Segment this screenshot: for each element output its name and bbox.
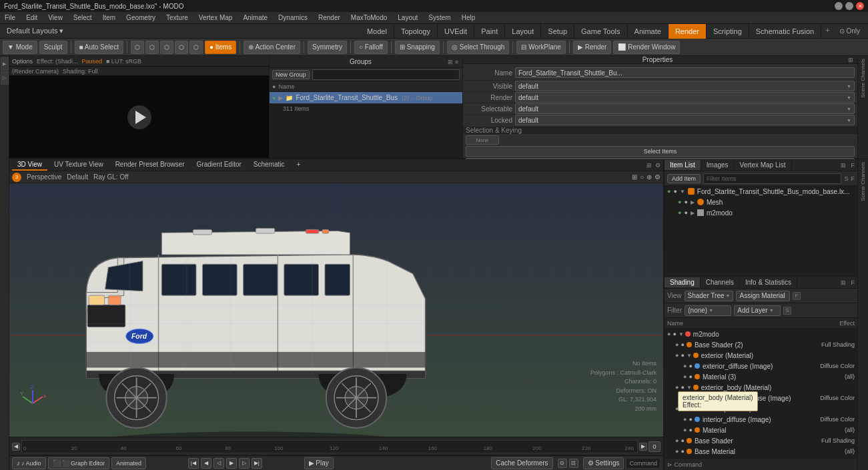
visible-select[interactable]: default	[515, 81, 855, 91]
sidebar-icon-2[interactable]: ▷	[1, 71, 9, 85]
animated-button[interactable]: Animated	[111, 457, 146, 469]
tool-icon-2[interactable]: ⬡	[145, 41, 159, 54]
minimize-button[interactable]: ─	[835, 2, 843, 10]
menu-geometry[interactable]: Geometry	[124, 13, 157, 22]
vp-icon-zoom[interactable]: ⊕	[646, 173, 652, 181]
menu-layout[interactable]: Layout	[396, 13, 420, 22]
menu-vertexmap[interactable]: Vertex Map	[197, 13, 235, 22]
play-forward-button[interactable]: ▶	[226, 458, 237, 469]
shade-row-material[interactable]: ● ● Material (all)	[665, 425, 857, 435]
tool-icon-1[interactable]: ⬡	[131, 41, 144, 54]
command-input[interactable]: Command	[626, 458, 661, 469]
tool-icon-3[interactable]: ⬡	[160, 41, 173, 54]
tab-item-list[interactable]: Item List	[665, 160, 701, 170]
groups-expand-icon[interactable]: ⊞	[448, 59, 453, 65]
timeline-value-display[interactable]: 0	[648, 441, 661, 452]
menu-system[interactable]: System	[426, 13, 452, 22]
menu-edit[interactable]: Edit	[24, 13, 39, 22]
play-reverse-button[interactable]: ◁	[213, 458, 224, 469]
vp-tab-add[interactable]: +	[292, 159, 306, 171]
filter-items-input[interactable]: Filter Items	[703, 173, 841, 184]
she-exb[interactable]: ▼	[687, 385, 692, 391]
vp-tab-3dview[interactable]: 3D View	[12, 159, 47, 171]
play-button[interactable]: ▶ Play	[304, 457, 334, 469]
tab-model[interactable]: Model	[360, 24, 394, 39]
shade-row-base-shader2[interactable]: ● ● Base Shader Full Shading	[665, 435, 857, 446]
video-options[interactable]: Options	[12, 58, 33, 65]
select-items-button[interactable]: Select Items	[466, 146, 855, 157]
maximize-button[interactable]: □	[845, 2, 853, 10]
filter-select[interactable]: (none) ▼	[685, 305, 731, 316]
shader-tree-select[interactable]: Shader Tree ▼	[685, 291, 734, 301]
menu-dynamics[interactable]: Dynamics	[276, 13, 310, 22]
settings-button[interactable]: ⚙ Settings	[583, 457, 624, 469]
properties-expand[interactable]: ⊞	[848, 57, 853, 63]
tab-channels[interactable]: Channels	[701, 277, 740, 287]
select-through-button[interactable]: ◎ Select Through	[447, 41, 509, 54]
tab-render[interactable]: Render	[669, 24, 707, 39]
shade-row-m2modo[interactable]: ● ● ▼ m2modo	[665, 329, 857, 339]
shade-row-base-shader[interactable]: ● ● Base Shader (2) Full Shading	[665, 339, 857, 350]
item-list-settings[interactable]: F	[849, 162, 858, 169]
item-list-f-icon[interactable]: F	[851, 175, 855, 182]
next-frame-button[interactable]: ▷	[239, 458, 250, 469]
vp-ray[interactable]: Ray GL: Off	[93, 173, 129, 181]
go-start-button[interactable]: |◀	[188, 458, 199, 469]
none-button[interactable]: None	[466, 135, 499, 145]
vp-perspective[interactable]: Perspective	[27, 173, 61, 181]
action-center-button[interactable]: ⊕ Action Center	[244, 41, 300, 54]
audio-button[interactable]: ♪ ♪ Audio	[12, 457, 46, 469]
shade-row-material3[interactable]: ● ● Material (3) (all)	[665, 371, 857, 382]
graph-editor-button[interactable]: ⬛ ⬛ Graph Editor	[48, 457, 110, 469]
vp-tab-uv[interactable]: UV Texture View	[49, 159, 109, 171]
vp-icon-orbit[interactable]: ○	[640, 173, 644, 181]
snapping-button[interactable]: ⊞ Snapping	[395, 41, 440, 54]
menu-texture[interactable]: Texture	[164, 13, 190, 22]
timeline-ruler[interactable]: 0 20 40 60 80 100 120 140 160 180 200 22…	[21, 440, 638, 453]
menu-file[interactable]: File	[3, 13, 17, 22]
assign-material-select[interactable]: Assign Material	[736, 291, 789, 301]
she-m2[interactable]: ▼	[679, 331, 684, 337]
item-expand-m2[interactable]: ▶	[691, 210, 695, 216]
menu-view[interactable]: View	[46, 13, 65, 22]
group-expand-arrow[interactable]: ▶	[278, 95, 283, 101]
add-tab-button[interactable]: +	[821, 24, 833, 39]
workplane-button[interactable]: ⊟ WorkPlane	[516, 41, 566, 54]
item-row-m2modo[interactable]: ● ● ▶ m2modo	[665, 207, 857, 218]
vp-icon-grid[interactable]: ⊞	[632, 173, 637, 181]
tab-uvedit[interactable]: UVEdit	[438, 24, 474, 39]
mode-button[interactable]: ▼ Mode	[3, 41, 37, 54]
shade-row-exterior[interactable]: ● ● ▼ exterior (Material)	[665, 350, 857, 361]
tab-images[interactable]: Images	[701, 160, 735, 170]
render-window-button[interactable]: ⬜ Render Window	[613, 41, 680, 54]
shading-f-btn[interactable]: F	[793, 292, 801, 300]
shading-expand[interactable]: ⊞	[838, 279, 849, 286]
shade-row-interior[interactable]: ● ● ▼ interior (Material)	[665, 403, 857, 414]
item-list-expand[interactable]: ⊞	[838, 162, 849, 169]
rec-icon-2[interactable]: ⊡	[569, 459, 578, 468]
tab-vertex-map-list[interactable]: Vertex Map List	[735, 160, 792, 170]
shading-settings[interactable]: F	[849, 279, 858, 286]
tab-setup[interactable]: Setup	[541, 24, 574, 39]
name-value[interactable]: Ford_Starlite_Transit_Shuttle_Bu...	[515, 67, 855, 78]
tab-topology[interactable]: Topology	[394, 24, 438, 39]
render-select[interactable]: default	[515, 92, 855, 103]
tab-schematic[interactable]: Schematic Fusion	[749, 24, 821, 39]
falloff-button[interactable]: ○ Falloff	[354, 41, 388, 54]
vp-tab-gradient[interactable]: Gradient Editor	[191, 159, 247, 171]
tab-scripting[interactable]: Scripting	[707, 24, 749, 39]
vp-settings-icon[interactable]: ⚙	[655, 162, 661, 169]
tab-gametools[interactable]: Game Tools	[574, 24, 628, 39]
tab-layout[interactable]: Layout	[505, 24, 541, 39]
menu-help[interactable]: Help	[460, 13, 478, 22]
selectable-select[interactable]: default	[515, 103, 855, 114]
tab-animate[interactable]: Animate	[628, 24, 669, 39]
item-row-mesh[interactable]: ● ● ▶ Mesh	[665, 197, 857, 207]
tab-info-stats[interactable]: Info & Statistics	[740, 277, 797, 287]
tool-icon-5[interactable]: ⬡	[189, 41, 203, 54]
menu-render[interactable]: Render	[316, 13, 342, 22]
timeline-next-key[interactable]: ▶	[639, 443, 647, 451]
sculpt-button[interactable]: Sculpt	[39, 41, 67, 54]
cache-deformers-button[interactable]: Cache Deformers	[491, 457, 552, 469]
item-list-s-icon[interactable]: S	[844, 175, 848, 182]
